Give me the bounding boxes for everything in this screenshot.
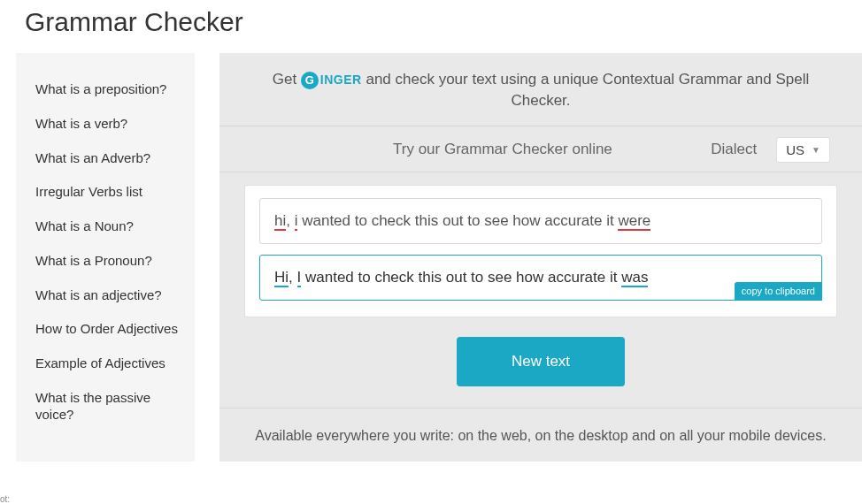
dialect-select[interactable]: US ▼	[776, 137, 830, 163]
dialect-value: US	[786, 142, 804, 157]
input-sep-1: ,	[286, 212, 294, 229]
output-middle: wanted to check this out to see how accu…	[301, 269, 621, 286]
promo-prefix: Get	[273, 71, 301, 88]
sidebar-item-adverb[interactable]: What is an Adverb?	[35, 141, 179, 176]
main-panel: Get GINGER and check your text using a u…	[219, 53, 862, 462]
sidebar-item-verb[interactable]: What is a verb?	[35, 107, 179, 141]
input-word-were: were	[618, 212, 650, 231]
copy-to-clipboard-button[interactable]: copy to clipboard	[735, 282, 822, 300]
input-word-hi: hi	[274, 212, 286, 231]
checker-card: hi, i wanted to check this out to see ho…	[244, 185, 837, 317]
ginger-logo-icon: G	[301, 72, 319, 89]
sidebar-item-passive-voice[interactable]: What is the passive voice?	[35, 381, 179, 432]
sidebar-item-order-adjectives[interactable]: How to Order Adjectives	[35, 312, 179, 347]
new-text-button[interactable]: New text	[457, 337, 625, 386]
ginger-logo[interactable]: GINGER	[301, 72, 362, 89]
input-text-box[interactable]: hi, i wanted to check this out to see ho…	[259, 198, 822, 244]
ginger-logo-text: INGER	[320, 72, 362, 89]
promo-suffix: and check your text using a unique Conte…	[366, 71, 809, 109]
output-word-was: was	[621, 269, 648, 287]
sidebar-item-irregular-verbs[interactable]: Irregular Verbs list	[35, 175, 179, 210]
sidebar-item-pronoun[interactable]: What is a Pronoun?	[35, 244, 179, 279]
sidebar-item-preposition[interactable]: What is a preposition?	[35, 73, 179, 107]
try-row: Try our Grammar Checker online Dialect U…	[219, 126, 862, 172]
dialect-label: Dialect	[711, 141, 757, 158]
input-middle: wanted to check this out to see how accu…	[297, 212, 618, 229]
output-word-hi: Hi	[274, 269, 289, 287]
footer-note: Available everywhere you write: on the w…	[219, 408, 862, 462]
try-text: Try our Grammar Checker online	[393, 141, 612, 158]
new-text-row: New text	[219, 317, 862, 408]
corner-tag: ot:	[0, 494, 10, 504]
output-text-box[interactable]: Hi, I wanted to check this out to see ho…	[259, 255, 822, 301]
sidebar: What is a preposition? What is a verb? W…	[16, 53, 195, 462]
sidebar-item-example-adjectives[interactable]: Example of Adjectives	[35, 347, 179, 381]
sidebar-item-noun[interactable]: What is a Noun?	[35, 210, 179, 244]
promo-banner: Get GINGER and check your text using a u…	[219, 53, 862, 126]
sidebar-item-adjective[interactable]: What is an adjective?	[35, 279, 179, 313]
output-sep-1: ,	[289, 269, 296, 286]
chevron-down-icon: ▼	[812, 145, 820, 155]
page-title: Grammar Checker	[0, 0, 862, 37]
